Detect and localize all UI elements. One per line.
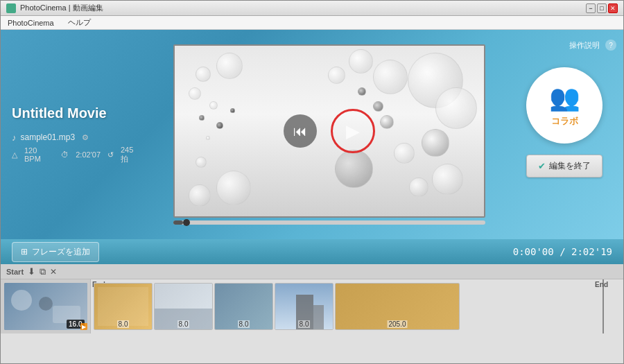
collab-icon: 👥 [549, 83, 580, 112]
track-clips: 8.0 8.0 [91, 279, 623, 333]
menu-help[interactable]: ヘルプ [65, 16, 94, 29]
end-marker-label: End [595, 281, 608, 288]
question-mark-icon: ? [609, 42, 613, 49]
app-icon [6, 3, 16, 13]
video-player: ⏮ ▶ [173, 44, 485, 218]
play-icon: ▶ [346, 121, 360, 142]
bpm-triangle-icon: △ [12, 150, 17, 159]
timeline-area: Start ⬇ ⧉ ✕ 16.0 16.0 ▶ [1, 264, 623, 363]
time-display: 0:00'00 / 2:02'19 [513, 246, 612, 257]
control-bar: ⊞ フレーズを追加 0:00'00 / 2:02'19 [1, 239, 623, 264]
finish-label: 編集を終了 [549, 160, 591, 172]
bpm-value: 120 BPM [24, 146, 54, 163]
clip-1-duration: 8.0 [117, 320, 130, 328]
video-area: ⏮ ▶ [153, 30, 505, 239]
movie-title: Untitled Movie [12, 105, 142, 121]
start-label: Start [6, 268, 24, 276]
right-panel: 操作説明 ? 👥 コラボ ✔ 編集を終了 [505, 30, 623, 239]
duration-value: 2:02'07 [76, 150, 101, 159]
clip-4-el[interactable]: 8.0 [275, 283, 333, 330]
help-text[interactable]: 操作説明 [569, 40, 600, 51]
clip-5-el[interactable]: 205.0 [335, 283, 460, 330]
menu-bar: PhotoCinema ヘルプ [1, 16, 623, 30]
menu-photocinema[interactable]: PhotoCinema [5, 17, 57, 28]
clip-4-duration: 8.0 [298, 320, 311, 328]
help-label: 操作説明 [569, 40, 600, 51]
timeline-tracks: 16.0 16.0 ▶ End [1, 279, 623, 333]
progress-thumb[interactable] [183, 219, 190, 226]
tool-download-icon[interactable]: ⬇ [28, 266, 35, 277]
beats-icon: ↺ [107, 150, 114, 159]
maximize-button[interactable]: □ [597, 3, 607, 13]
tracks-content: End 8.0 [91, 279, 623, 333]
track-thumbnail: 16.0 16.0 ▶ [4, 283, 87, 330]
tool-delete-icon[interactable]: ✕ [50, 267, 57, 277]
check-icon: ✔ [538, 161, 546, 171]
add-phrase-icon: ⊞ [21, 247, 28, 257]
skip-back-icon: ⏮ [293, 123, 307, 139]
gear-icon[interactable]: ⚙ [82, 133, 89, 142]
skip-back-button[interactable]: ⏮ [284, 114, 317, 148]
app-title: PhotoCinema | 動画編集 [20, 3, 103, 13]
video-progress-fill [173, 220, 183, 225]
clip-2-duration: 8.0 [177, 320, 190, 328]
play-controls: ⏮ ▶ [284, 109, 375, 153]
track-label: 16.0 16.0 ▶ [1, 279, 91, 333]
title-bar: PhotoCinema | 動画編集 − □ ✕ [1, 1, 623, 16]
finish-edit-button[interactable]: ✔ 編集を終了 [526, 155, 603, 177]
music-filename: sample01.mp3 [21, 132, 76, 142]
add-phrase-label: フレーズを追加 [32, 246, 90, 258]
left-panel: Untitled Movie ♪ sample01.mp3 ⚙ △ 120 BP… [1, 30, 153, 239]
main-area: Untitled Movie ♪ sample01.mp3 ⚙ △ 120 BP… [1, 30, 623, 239]
close-button[interactable]: ✕ [608, 3, 618, 13]
video-progress-bar[interactable] [173, 220, 485, 225]
clip-5-duration: 205.0 [387, 320, 407, 328]
clip-1[interactable]: 8.0 [94, 283, 153, 330]
beats-value: 245 拍 [121, 146, 142, 164]
add-phrase-button[interactable]: ⊞ フレーズを追加 [12, 242, 99, 262]
minimize-button[interactable]: − [586, 3, 596, 13]
play-button[interactable]: ▶ [331, 109, 375, 153]
clip-3-el[interactable]: 8.0 [214, 283, 273, 330]
collab-button[interactable]: 👥 コラボ [526, 67, 603, 144]
collab-label: コラボ [551, 115, 578, 128]
music-note-icon: ♪ [12, 132, 17, 143]
clip-2-el[interactable]: 8.0 [154, 283, 213, 330]
timeline-header: Start ⬇ ⧉ ✕ [1, 264, 623, 279]
clip-3-duration: 8.0 [238, 320, 250, 328]
clock-icon: ⏱ [61, 150, 69, 159]
tool-copy-icon[interactable]: ⧉ [40, 266, 46, 277]
help-icon[interactable]: ? [605, 40, 616, 51]
